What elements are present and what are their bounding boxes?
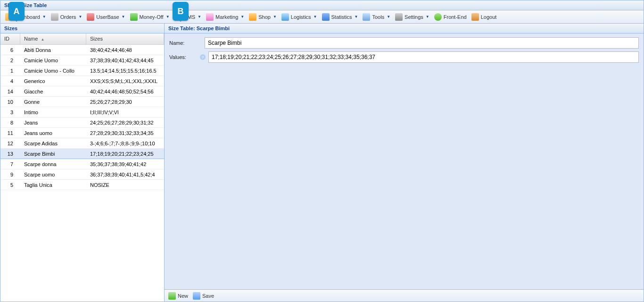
cell-name: Jeans [20,120,86,126]
cell-id: 11 [0,130,20,136]
cell-sizes: 13.5;14;14.5;15;15.5;16;16.5 [86,68,164,74]
values-input[interactable] [208,51,639,63]
cell-id: 2 [0,58,20,63]
cell-sizes: NOSIZE [86,182,164,188]
annotation-bubble-b: B [173,2,189,21]
table-row[interactable]: 13Scarpe Bimbi17;18;19;20;21;22;23;24;25 [0,149,164,159]
chevron-down-icon: ▼ [78,15,82,19]
cell-sizes: 38;40;42;44;46;48 [86,47,164,53]
cell-sizes: 27;28;29;30;31;32;33;34;35 [86,130,164,136]
main-split: Sizes ID Name ▲ Sizes 6Abiti Donna38;40;… [0,24,644,302]
shop-button-label: Shop [258,14,271,20]
settings-button-label: Settings [405,14,423,20]
cell-name: Taglia Unica [20,182,86,188]
new-label: New [178,293,188,299]
cell-sizes: 37;38;39;40;41;42;43;44;45 [86,58,164,63]
table-row[interactable]: 10Gonne25;26;27;28;29;30 [0,97,164,107]
tools-button-icon [363,13,370,21]
table-row[interactable]: 14Giacche40;42;44;46;48;50;52;54;56 [0,86,164,97]
chevron-down-icon: ▼ [198,15,201,19]
orders-button-icon [51,13,58,21]
logout-button-label: Logout [481,14,497,20]
chevron-down-icon: ▼ [426,15,429,19]
left-panel: Sizes ID Name ▲ Sizes 6Abiti Donna38;40;… [0,24,165,302]
moneyoff-button[interactable]: Money-Off▼ [128,12,172,22]
chevron-down-icon: ▼ [273,15,277,19]
frontend-button[interactable]: Front-End [432,12,469,22]
cell-id: 13 [0,151,20,157]
column-header-id[interactable]: ID [0,34,20,44]
orders-button[interactable]: Orders▼ [49,12,84,22]
statistics-button-label: Statistics [331,14,352,20]
marketing-button-icon [206,13,214,21]
userbase-button[interactable]: UserBase▼ [85,12,127,22]
cell-name: Generico [20,78,86,84]
table-row[interactable]: 2Camicie Uomo37;38;39;40;41;42;43;44;45 [0,55,164,66]
right-panel: Size Table: Scarpe Bimbi Name: Values: ?… [165,24,644,302]
right-panel-title: Size Table: Scarpe Bimbi [168,25,230,31]
cell-sizes: 40;42;44;46;48;50;52;54;56 [86,89,164,94]
marketing-button[interactable]: Marketing▼ [204,12,246,22]
table-row[interactable]: 1Camicie Uomo - Collo13.5;14;14.5;15;15.… [0,66,164,76]
logout-button[interactable]: Logout [470,12,499,22]
sort-asc-icon: ▲ [41,37,44,42]
table-row[interactable]: 7Scarpe donna35;36;37;38;39;40;41;42 [0,159,164,169]
userbase-button-label: UserBase [96,14,119,20]
column-header-name[interactable]: Name ▲ [20,34,86,44]
cell-sizes: 17;18;19;20;21;22;23;24;25 [86,151,164,157]
orders-button-label: Orders [60,14,76,20]
cell-name: Intimo [20,109,86,115]
new-button[interactable]: New [168,292,188,300]
new-icon [168,292,176,300]
main-toolbar: Dashboard▼Orders▼UserBase▼Money-Off▼CMS▼… [0,10,644,24]
table-row[interactable]: 12Scarpe Adidas3-;4;6;6-;7;7-;8;8-;9;9-;… [0,138,164,149]
chevron-down-icon: ▼ [355,15,358,19]
settings-button[interactable]: Settings▼ [393,12,431,22]
form-body: Name: Values: ? [165,34,644,289]
column-header-sizes[interactable]: Sizes [86,34,164,44]
table-row[interactable]: 6Abiti Donna38;40;42;44;46;48 [0,45,164,55]
cell-id: 7 [0,161,20,167]
left-panel-title: Sizes [4,25,17,31]
cell-sizes: XXS;XS;S;M;L;XL;XXL;XXXL [86,78,164,84]
shop-button-icon [249,13,256,21]
logistics-button[interactable]: Logistics▼ [280,12,319,22]
bubble-b-text: B [178,7,184,17]
cell-name: Abiti Donna [20,47,86,53]
table-row[interactable]: 4GenericoXXS;XS;S;M;L;XL;XXL;XXXL [0,76,164,86]
cell-sizes: 25;26;27;28;29;30 [86,99,164,105]
table-row[interactable]: 5Taglia UnicaNOSIZE [0,180,164,190]
cell-name: Scarpe uomo [20,172,86,177]
cell-id: 6 [0,47,20,53]
cell-name: Scarpe Bimbi [20,151,86,157]
userbase-button-icon [87,13,94,21]
logout-button-icon [471,13,479,21]
help-icon[interactable]: ? [200,54,206,60]
app-window: Shop - Size Table Dashboard▼Orders▼UserB… [0,0,644,302]
cell-id: 10 [0,99,20,105]
table-row[interactable]: 9Scarpe uomo36;37;38;39;40;41;41,5;42;4 [0,169,164,180]
statistics-button[interactable]: Statistics▼ [320,12,360,22]
form-row-name: Name: [169,37,639,49]
name-input[interactable] [205,37,639,49]
tools-button-label: Tools [372,14,384,20]
logistics-button-icon [281,13,289,21]
settings-button-icon [395,13,403,21]
cell-id: 9 [0,172,20,177]
table-row[interactable]: 8Jeans24;25;26;27;28;29;30;31;32 [0,117,164,128]
chevron-down-icon: ▼ [240,15,244,19]
tools-button[interactable]: Tools▼ [361,12,392,22]
cell-name: Gonne [20,99,86,105]
cell-name: Scarpe Adidas [20,141,86,146]
shop-button[interactable]: Shop▼ [247,12,279,22]
save-icon [193,292,200,300]
save-button[interactable]: Save [193,292,214,300]
table-row[interactable]: 11Jeans uomo27;28;29;30;31;32;33;34;35 [0,128,164,138]
table-row[interactable]: 3IntimoI;II;III;IV;V;VI [0,107,164,117]
save-label: Save [202,293,214,299]
cell-id: 4 [0,78,20,84]
moneyoff-button-label: Money-Off [140,14,164,20]
cell-sizes: 36;37;38;39;40;41;41,5;42;4 [86,172,164,177]
cell-id: 3 [0,109,20,115]
marketing-button-label: Marketing [215,14,238,20]
